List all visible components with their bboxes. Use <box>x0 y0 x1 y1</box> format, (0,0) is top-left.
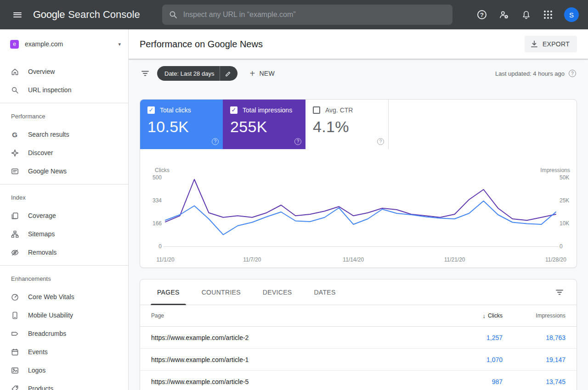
sidebar-item-label: Logos <box>28 367 45 374</box>
help-icon[interactable]: ? <box>212 138 219 145</box>
edit-pencil-icon[interactable] <box>220 66 236 81</box>
label-tag-icon <box>10 329 19 338</box>
image-icon <box>10 366 19 375</box>
export-button[interactable]: EXPORT <box>525 36 577 52</box>
news-icon <box>10 167 19 176</box>
sidebar-item-label: Products <box>28 385 53 390</box>
sidebar-item-sitemaps[interactable]: Sitemaps <box>0 225 128 243</box>
dimensions-table-card: PAGES COUNTRIES DEVICES DATES Page ↓ Cli… <box>140 279 577 390</box>
clicks-cell[interactable]: 1,070 <box>447 356 503 363</box>
price-tag-icon <box>10 384 19 390</box>
svg-text:166: 166 <box>153 220 162 227</box>
date-filter-chip[interactable]: Date: Last 28 days <box>157 66 237 81</box>
help-icon[interactable]: ? <box>569 70 576 77</box>
checkbox-checked-icon[interactable]: ✓ <box>147 106 155 114</box>
checkbox-unchecked-icon[interactable] <box>313 106 320 114</box>
eye-off-icon <box>10 248 19 257</box>
svg-text:10K: 10K <box>560 220 569 227</box>
discover-sparkle-icon <box>10 148 19 157</box>
tab-countries[interactable]: COUNTRIES <box>191 279 252 305</box>
metric-tiles: ✓ Total clicks 10.5K ? ✓ Total impressio… <box>140 100 577 149</box>
page-title: Performance on Google News <box>140 39 263 50</box>
page-url-cell[interactable]: https://www.example.com/article-2 <box>151 334 447 341</box>
help-icon[interactable]: ? <box>294 138 301 145</box>
divider <box>0 265 128 266</box>
sidebar-item-discover[interactable]: Discover <box>0 144 128 162</box>
smartphone-icon <box>10 311 19 320</box>
svg-text:334: 334 <box>153 197 162 204</box>
table-filter-icon[interactable] <box>555 288 564 297</box>
url-inspect-searchbar[interactable] <box>162 5 452 25</box>
search-input[interactable] <box>183 11 446 19</box>
impressions-cell[interactable]: 19,147 <box>503 356 565 363</box>
help-button[interactable]: ? <box>472 5 492 24</box>
chevron-down-icon: ▾ <box>118 41 121 47</box>
filter-list-icon[interactable] <box>141 69 150 78</box>
tab-dates[interactable]: DATES <box>303 279 346 305</box>
manage-users-button[interactable] <box>494 5 514 24</box>
sidebar-item-events[interactable]: Events <box>0 343 128 361</box>
sidebar-item-search-results[interactable]: G Search results <box>0 125 128 144</box>
sidebar-item-coverage[interactable]: Coverage <box>0 206 128 225</box>
sidebar-item-label: Core Web Vitals <box>28 293 74 301</box>
sidebar-item-label: Sitemaps <box>28 230 55 238</box>
page-url-cell[interactable]: https://www.example.com/article-1 <box>151 356 447 363</box>
metric-value: 4.1% <box>313 118 381 136</box>
divider <box>0 184 128 184</box>
column-header-clicks[interactable]: ↓ Clicks <box>447 312 503 319</box>
impressions-cell[interactable]: 13,745 <box>503 378 565 385</box>
sidebar-item-label: Coverage <box>28 212 56 219</box>
sidebar-item-removals[interactable]: Removals <box>0 243 128 262</box>
tab-pages[interactable]: PAGES <box>146 279 191 305</box>
svg-text:Impressions: Impressions <box>540 167 570 173</box>
page-url-cell[interactable]: https://www.example.com/article-5 <box>151 378 447 385</box>
metric-card-total-impressions[interactable]: ✓ Total impressions 255K ? <box>223 100 305 149</box>
sidebar-item-url-inspection[interactable]: URL inspection <box>0 81 128 99</box>
bell-icon <box>521 10 531 20</box>
help-icon[interactable]: ? <box>377 138 384 145</box>
column-header-impressions[interactable]: Impressions <box>503 312 565 319</box>
table-header-row: Page ↓ Clicks Impressions <box>140 305 577 327</box>
new-label: NEW <box>259 70 275 77</box>
sidebar-item-logos[interactable]: Logos <box>0 361 128 379</box>
line-chart: ClicksImpressions0166334500010K25K50K11/… <box>140 152 577 267</box>
metric-card-total-clicks[interactable]: ✓ Total clicks 10.5K ? <box>140 100 223 149</box>
column-header-page[interactable]: Page <box>151 312 447 319</box>
help-icon: ? <box>477 10 486 19</box>
property-badge-icon: e <box>10 40 19 49</box>
metric-card-avg-ctr[interactable]: Avg. CTR 4.1% ? <box>305 100 388 149</box>
table-row[interactable]: https://www.example.com/article-1 1,070 … <box>140 349 577 371</box>
tab-devices[interactable]: DEVICES <box>252 279 303 305</box>
apps-grid-button[interactable] <box>538 5 558 24</box>
sidebar-item-label: Search results <box>28 131 69 138</box>
sidebar-item-mobile-usability[interactable]: Mobile Usability <box>0 306 128 324</box>
sidebar-item-overview[interactable]: Overview <box>0 62 128 81</box>
export-label: EXPORT <box>543 40 570 48</box>
scroll-region[interactable]: Date: Last 28 days + NEW Last updated: 4… <box>129 59 588 390</box>
svg-text:11/21/20: 11/21/20 <box>444 256 465 263</box>
notifications-button[interactable] <box>516 5 536 24</box>
metric-label: Total impressions <box>243 106 292 114</box>
sidebar-item-label: Events <box>28 348 48 356</box>
table-row[interactable]: https://www.example.com/article-2 1,257 … <box>140 327 577 349</box>
avatar[interactable]: S <box>564 7 579 22</box>
clicks-cell[interactable]: 987 <box>447 378 503 385</box>
svg-text:11/28/20: 11/28/20 <box>545 256 566 263</box>
performance-chart: ClicksImpressions0166334500010K25K50K11/… <box>140 149 577 267</box>
hamburger-menu-button[interactable] <box>6 4 28 26</box>
app-logo: Google Search Console <box>33 9 140 21</box>
sidebar-item-products[interactable]: Products <box>0 379 128 390</box>
clicks-cell[interactable]: 1,257 <box>447 334 503 341</box>
section-title-performance: Performance <box>0 107 128 125</box>
sidebar-item-core-web-vitals[interactable]: Core Web Vitals <box>0 288 128 306</box>
topbar: Google Search Console ? <box>0 0 588 29</box>
sidebar-item-google-news[interactable]: Google News <box>0 162 128 180</box>
property-selector[interactable]: e example.com ▾ <box>0 29 128 59</box>
table-row[interactable]: https://www.example.com/article-5 987 13… <box>140 371 577 390</box>
svg-text:25K: 25K <box>560 197 569 204</box>
svg-text:50K: 50K <box>560 174 569 181</box>
sidebar-item-breadcrumbs[interactable]: Breadcrumbs <box>0 324 128 343</box>
checkbox-checked-icon[interactable]: ✓ <box>230 106 237 114</box>
impressions-cell[interactable]: 18,763 <box>503 334 565 341</box>
new-filter-button[interactable]: + NEW <box>249 69 275 78</box>
